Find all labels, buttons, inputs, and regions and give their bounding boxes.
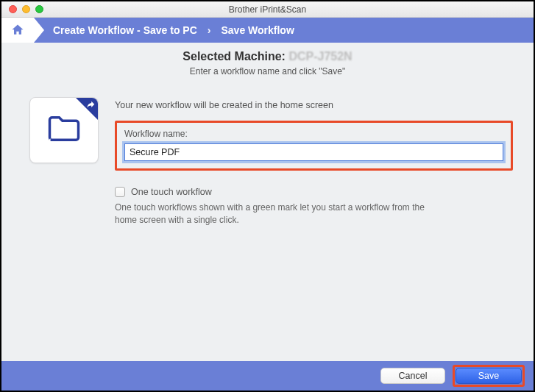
subtitle: Enter a workflow name and click "Save": [1, 66, 534, 76]
breadcrumb: Create Workflow - Save to PC › Save Work…: [1, 18, 534, 43]
breadcrumb-step-1[interactable]: Create Workflow - Save to PC: [53, 24, 197, 36]
one-touch-label: One touch workflow: [131, 187, 212, 197]
workflow-name-input[interactable]: [124, 143, 503, 161]
cancel-button[interactable]: Cancel: [380, 368, 445, 384]
footer: Cancel Save: [1, 361, 534, 391]
minimize-icon[interactable]: [22, 5, 30, 13]
info-text: Your new workflow will be created in the…: [115, 100, 513, 110]
workflow-tile: [29, 97, 99, 163]
selected-machine-line: Selected Machine: DCP-J752N: [1, 50, 534, 63]
breadcrumb-step-2: Save Workflow: [221, 24, 294, 36]
one-touch-description: One touch workflows shown with a green m…: [115, 202, 431, 227]
workflow-name-highlight: Workflow name:: [115, 121, 513, 171]
window-controls: [1, 5, 43, 13]
selected-machine-label: Selected Machine:: [183, 50, 286, 63]
home-icon: [10, 23, 25, 38]
zoom-icon[interactable]: [35, 5, 43, 13]
share-icon: [85, 100, 96, 113]
content-area: Selected Machine: DCP-J752N Enter a work…: [1, 43, 534, 361]
save-button-highlight: Save: [453, 365, 525, 387]
workflow-name-label: Workflow name:: [124, 129, 503, 139]
save-button[interactable]: Save: [456, 368, 522, 384]
selected-machine-model: DCP-J752N: [288, 50, 352, 63]
home-button[interactable]: [1, 18, 34, 43]
titlebar: Brother iPrint&Scan: [1, 1, 534, 18]
chevron-right-icon: ›: [208, 24, 211, 36]
one-touch-checkbox[interactable]: [115, 187, 125, 197]
close-icon[interactable]: [9, 5, 17, 13]
window-title: Brother iPrint&Scan: [1, 4, 534, 15]
